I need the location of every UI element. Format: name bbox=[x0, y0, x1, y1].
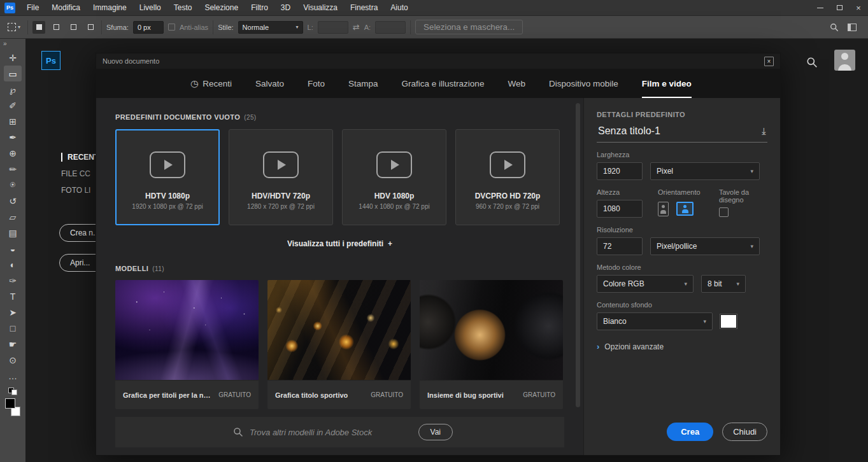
sidebar-item-lr-photos[interactable]: FOTO LI bbox=[61, 186, 99, 195]
menu-item[interactable]: Livello bbox=[133, 0, 167, 15]
background-color-swatch[interactable] bbox=[720, 314, 737, 328]
tool-button[interactable]: ◐ bbox=[4, 256, 22, 272]
dialog-tab[interactable]: Dispositivo mobile bbox=[549, 69, 618, 98]
avatar[interactable] bbox=[834, 50, 855, 71]
add-selection-button[interactable] bbox=[50, 21, 62, 34]
style-select[interactable]: Normale ▾ bbox=[238, 21, 303, 34]
width-input[interactable]: 1920 bbox=[597, 162, 643, 180]
color-mode-select[interactable]: Colore RGB bbox=[597, 275, 694, 293]
bit-depth-select[interactable]: 8 bit bbox=[701, 275, 746, 293]
restore-button[interactable] bbox=[830, 0, 849, 15]
menu-item[interactable]: Selezione bbox=[198, 0, 245, 15]
landscape-orientation-button[interactable] bbox=[676, 202, 694, 216]
preset-card[interactable]: HDV/HDTV 720p 1280 x 720 px @ 72 ppi bbox=[229, 129, 333, 225]
menu-item[interactable]: Filtro bbox=[245, 0, 274, 15]
menu-item[interactable]: Finestra bbox=[344, 0, 384, 15]
height-value: 1080 bbox=[603, 204, 620, 213]
new-selection-button[interactable] bbox=[32, 21, 45, 34]
tool-button[interactable]: ▤ bbox=[4, 225, 22, 241]
tool-button[interactable]: ◒ bbox=[4, 241, 22, 256]
tool-preset-picker[interactable]: ▾ bbox=[5, 23, 23, 31]
workspace-panel-icon[interactable] bbox=[848, 24, 857, 31]
intersect-selection-button[interactable] bbox=[84, 21, 97, 34]
stock-search-input[interactable]: Trova altri modelli in Adobe Stock bbox=[250, 428, 372, 437]
dialog-tab[interactable]: Web bbox=[508, 69, 525, 98]
dialog-close-button[interactable]: × bbox=[764, 57, 774, 66]
default-colors-icon[interactable] bbox=[8, 388, 17, 395]
search-icon[interactable] bbox=[830, 23, 839, 32]
foreground-background-colors[interactable] bbox=[4, 398, 21, 417]
video-play-icon bbox=[490, 151, 525, 178]
width-input[interactable] bbox=[318, 21, 348, 34]
tool-button[interactable]: ✛ bbox=[4, 50, 22, 66]
tool-button[interactable]: T bbox=[4, 288, 22, 304]
resolution-unit-select[interactable]: Pixel/pollice bbox=[650, 237, 760, 255]
close-dialog-button[interactable]: Chiudi bbox=[722, 423, 767, 441]
foreground-color-swatch[interactable] bbox=[5, 398, 15, 409]
antialias-checkbox[interactable] bbox=[168, 24, 175, 31]
template-card[interactable]: Insieme di bug sportivi GRATUITO bbox=[420, 280, 563, 409]
menu-item[interactable]: Visualizza bbox=[297, 0, 344, 15]
tool-button[interactable]: ▭ bbox=[4, 66, 22, 81]
tool-button[interactable]: ↺ bbox=[4, 193, 22, 209]
search-icon[interactable] bbox=[806, 57, 818, 68]
unit-select[interactable]: Pixel bbox=[650, 162, 760, 180]
create-button[interactable]: Crea bbox=[667, 423, 713, 441]
close-window-button[interactable]: × bbox=[849, 0, 868, 15]
collapse-toolbar-button[interactable]: » bbox=[0, 40, 7, 50]
template-card[interactable]: Grafica titolo sportivo GRATUITO bbox=[267, 280, 411, 409]
dialog-tab[interactable]: ◷ Recenti bbox=[190, 69, 232, 98]
dialog-tab[interactable]: Grafica e illustrazione bbox=[402, 69, 485, 98]
sidebar-item-cc-files[interactable]: FILE CC bbox=[61, 169, 99, 178]
tool-button[interactable]: … bbox=[4, 368, 22, 384]
dialog-tab[interactable]: Stampa bbox=[348, 69, 378, 98]
tool-button[interactable]: □ bbox=[4, 320, 22, 336]
view-all-presets-link[interactable]: Visualizza tutti i predefiniti+ bbox=[115, 239, 564, 248]
height-input[interactable] bbox=[375, 21, 406, 34]
menu-item[interactable]: Testo bbox=[167, 0, 199, 15]
tool-button[interactable]: ▱ bbox=[4, 209, 22, 225]
select-and-mask-button[interactable]: Seleziona e maschera... bbox=[415, 20, 523, 34]
subtract-selection-button[interactable] bbox=[67, 21, 80, 34]
preset-card[interactable]: DVCPRO HD 720p 960 x 720 px @ 72 ppi bbox=[455, 129, 560, 225]
background-select[interactable]: Bianco bbox=[597, 312, 713, 330]
video-play-icon bbox=[263, 151, 299, 178]
portrait-orientation-button[interactable] bbox=[658, 202, 669, 216]
menu-item[interactable]: Modifica bbox=[45, 0, 87, 15]
scrollbar[interactable] bbox=[576, 103, 580, 407]
sidebar-item-recent[interactable]: RECENT bbox=[61, 153, 99, 162]
tool-button[interactable]: ✒ bbox=[4, 129, 22, 145]
menu-item[interactable]: Aiuto bbox=[384, 0, 414, 15]
menu-item[interactable]: 3D bbox=[274, 0, 297, 15]
preset-card[interactable]: HDTV 1080p 1920 x 1080 px @ 72 ppi bbox=[115, 129, 220, 225]
artboards-checkbox[interactable] bbox=[719, 207, 729, 217]
tool-button[interactable]: ⊙ bbox=[4, 352, 22, 368]
tool-button[interactable]: ⊕ bbox=[4, 145, 22, 161]
tool-button[interactable]: ✏ bbox=[4, 161, 22, 177]
dialog-tab[interactable]: Salvato bbox=[255, 69, 284, 98]
menu-item[interactable]: Immagine bbox=[87, 0, 133, 15]
tool-button[interactable]: ✑ bbox=[4, 272, 22, 288]
feather-input[interactable]: 0 px bbox=[133, 21, 164, 34]
minimize-button[interactable] bbox=[811, 0, 830, 15]
advanced-options-toggle[interactable]: › Opzioni avanzate bbox=[597, 342, 767, 351]
height-input[interactable]: 1080 bbox=[597, 200, 643, 218]
document-name-input[interactable]: Senza titolo-1 bbox=[598, 125, 762, 137]
preset-card[interactable]: HDV 1080p 1440 x 1080 px @ 72 ppi bbox=[342, 129, 446, 225]
window-controls: × bbox=[811, 0, 868, 15]
tool-button[interactable]: ☛ bbox=[4, 336, 22, 352]
dialog-tab[interactable]: Foto bbox=[308, 69, 325, 98]
menu-item[interactable]: File bbox=[20, 0, 45, 15]
tool-button[interactable]: ℘ bbox=[4, 81, 22, 97]
template-card[interactable]: Grafica per titoli per la notte... GRATU… bbox=[115, 280, 259, 409]
tool-button[interactable]: ⊞ bbox=[4, 113, 22, 129]
tool-button[interactable]: ✐ bbox=[4, 97, 22, 113]
save-preset-icon[interactable]: ⤓ bbox=[762, 125, 766, 137]
dialog-tab[interactable]: Film e video bbox=[642, 69, 692, 98]
resolution-input[interactable]: 72 bbox=[597, 237, 643, 255]
swap-dimensions-icon[interactable]: ⇄ bbox=[353, 22, 360, 32]
go-button[interactable]: Vai bbox=[418, 424, 453, 440]
resolution-unit-value: Pixel/pollice bbox=[657, 242, 697, 251]
tool-button[interactable]: ⍟ bbox=[4, 177, 22, 193]
tool-button[interactable]: ➤ bbox=[4, 304, 22, 320]
